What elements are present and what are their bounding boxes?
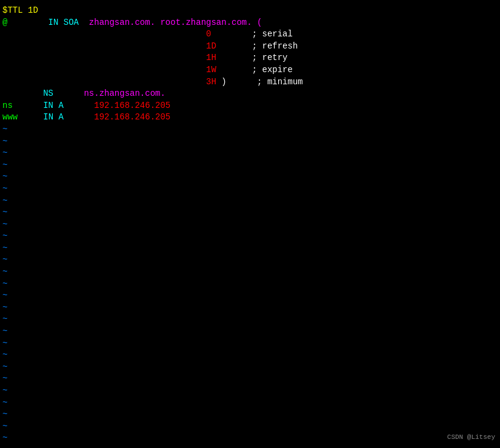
ns-line: NS ns.zhangsan.com. xyxy=(2,88,498,100)
expire-line: 1W ; expire xyxy=(2,64,498,76)
ns-a-line: ns IN A 192.168.246.205 xyxy=(2,100,498,112)
tilde-3: ~ xyxy=(2,147,498,159)
tilde-18: ~ xyxy=(2,326,498,338)
tilde-13: ~ xyxy=(2,266,498,278)
www-in-a: IN A xyxy=(18,112,94,124)
refresh-indent xyxy=(2,41,206,53)
tilde-22: ~ xyxy=(2,373,498,385)
tilde-10: ~ xyxy=(2,230,498,242)
tilde-14: ~ xyxy=(2,278,498,290)
watermark: CSDN @Litsey xyxy=(447,433,495,442)
tilde-9: ~ xyxy=(2,219,498,231)
serial-indent xyxy=(2,28,206,41)
www-ip: 192.168.246.205 xyxy=(94,112,170,124)
soa-at: @ xyxy=(2,17,7,29)
soa-in-soa: IN SOA xyxy=(7,17,88,29)
ns-ip: 192.168.246.205 xyxy=(94,100,170,112)
www-host: www xyxy=(2,112,18,124)
refresh-value: 1D xyxy=(206,41,216,53)
tilde-20: ~ xyxy=(2,349,498,361)
retry-indent xyxy=(2,52,206,64)
expire-comment: ; expire xyxy=(216,64,293,76)
ttl-line: $TTL 1D xyxy=(2,5,498,17)
serial-comment: ; serial xyxy=(211,28,292,41)
soa-domain: zhangsan.com. root.zhangsan.com. ( xyxy=(89,17,262,29)
tilde-23: ~ xyxy=(2,385,498,397)
tilde-28: ~ xyxy=(2,444,498,448)
tilde-19: ~ xyxy=(2,338,498,350)
tilde-17: ~ xyxy=(2,313,498,326)
refresh-comment: ; refresh xyxy=(216,41,298,53)
tilde-4: ~ xyxy=(2,159,498,172)
tilde-24: ~ xyxy=(2,397,498,409)
minimum-line: 3H ) ; minimum xyxy=(2,76,498,89)
ttl-text: $TTL 1D xyxy=(2,5,38,17)
ns-in-a: IN A xyxy=(13,100,94,112)
retry-value: 1H xyxy=(206,52,216,64)
terminal: $TTL 1D @ IN SOA zhangsan.com. root.zhan… xyxy=(0,0,500,448)
refresh-line: 1D ; refresh xyxy=(2,41,498,53)
retry-comment: ; retry xyxy=(216,52,288,64)
tilde-7: ~ xyxy=(2,195,498,207)
minimum-paren: ) ; minimum xyxy=(216,76,303,89)
www-a-line: www IN A 192.168.246.205 xyxy=(2,112,498,124)
tilde-27: ~ xyxy=(2,432,498,444)
retry-line: 1H ; retry xyxy=(2,52,498,64)
tilde-5: ~ xyxy=(2,171,498,183)
ns-host: ns xyxy=(2,100,13,112)
tilde-16: ~ xyxy=(2,302,498,314)
tilde-8: ~ xyxy=(2,207,498,219)
tilde-11: ~ xyxy=(2,242,498,255)
tilde-6: ~ xyxy=(2,183,498,195)
serial-line: 0 ; serial xyxy=(2,28,498,41)
tilde-12: ~ xyxy=(2,254,498,266)
tilde-15: ~ xyxy=(2,290,498,302)
minimum-value: 3H xyxy=(206,76,216,89)
serial-value: 0 xyxy=(206,28,211,41)
tilde-21: ~ xyxy=(2,361,498,373)
tilde-25: ~ xyxy=(2,409,498,421)
tilde-1: ~ xyxy=(2,124,498,136)
expire-indent xyxy=(2,64,206,76)
minimum-indent xyxy=(2,76,206,89)
ns-value: ns.zhangsan.com. xyxy=(84,88,165,100)
tilde-2: ~ xyxy=(2,136,498,148)
tilde-26: ~ xyxy=(2,421,498,433)
soa-line: @ IN SOA zhangsan.com. root.zhangsan.com… xyxy=(2,17,498,29)
expire-value: 1W xyxy=(206,64,216,76)
ns-indent-type: NS xyxy=(2,88,84,100)
